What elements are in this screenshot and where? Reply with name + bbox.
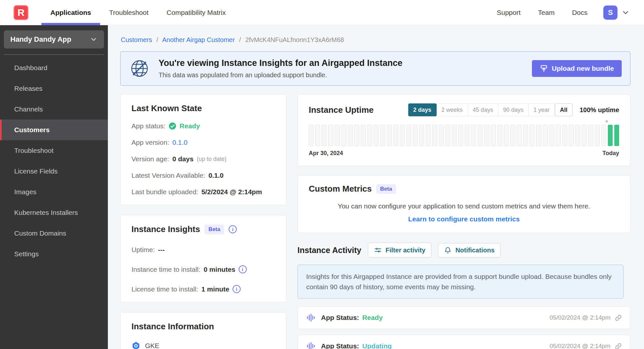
range-45-days[interactable]: 45 days	[468, 103, 498, 116]
upload-new-bundle-button[interactable]: Upload new bundle	[532, 60, 622, 77]
app-status-label: App status:	[131, 122, 165, 130]
uptime-bar[interactable]	[491, 125, 496, 146]
notifications-button[interactable]: Notifications	[438, 243, 501, 258]
uptime-bar[interactable]	[361, 125, 366, 146]
sidebar-item-releases[interactable]: Releases	[0, 78, 108, 99]
uptime-bar[interactable]	[471, 125, 476, 146]
link-icon[interactable]	[615, 343, 622, 349]
link-icon[interactable]	[615, 314, 622, 321]
uptime-summary: 100% uptime	[580, 106, 619, 114]
uptime-bar[interactable]	[406, 125, 411, 146]
range-2-weeks[interactable]: 2 weeks	[437, 103, 468, 116]
uptime-bar[interactable]	[367, 125, 372, 146]
uptime-bar[interactable]	[328, 125, 333, 146]
top-nav: R Applications Troubleshoot Compatibilit…	[0, 0, 644, 25]
uptime-bar[interactable]	[588, 125, 593, 146]
uptime-bar[interactable]	[543, 125, 548, 146]
version-age-value: 0 days	[172, 155, 193, 163]
replicated-logo[interactable]: R	[14, 5, 28, 20]
uptime-bar[interactable]	[465, 125, 470, 146]
uptime-bar[interactable]	[322, 125, 327, 146]
uptime-bar[interactable]	[575, 125, 580, 146]
info-icon[interactable]: i	[233, 285, 241, 293]
banner-subtitle: This data was populated from an uploaded…	[159, 71, 402, 79]
uptime-bar[interactable]	[582, 125, 587, 146]
uptime-bar[interactable]	[354, 125, 359, 146]
uptime-bar[interactable]	[530, 125, 535, 146]
uptime-bar[interactable]	[517, 125, 522, 146]
uptime-bar[interactable]	[387, 125, 392, 146]
uptime-bar[interactable]	[478, 125, 483, 146]
uptime-bar[interactable]	[348, 125, 353, 146]
uptime-bar[interactable]	[335, 125, 340, 146]
uptime-bar[interactable]	[400, 125, 405, 146]
breadcrumb-customer-link[interactable]: Another Airgap Customer	[162, 36, 235, 43]
uptime-bar[interactable]	[432, 125, 437, 146]
instance-information-card: Instance Information GKE ☸ v1.28.7-gke.1…	[120, 312, 286, 349]
app-selector-label: Handy Dandy App	[10, 35, 71, 44]
uptime-bar[interactable]	[536, 125, 541, 146]
uptime-bar[interactable]	[510, 125, 515, 146]
uptime-bar[interactable]	[595, 125, 600, 146]
uptime-bar[interactable]	[419, 125, 424, 146]
gke-icon	[131, 341, 140, 349]
uptime-bar[interactable]	[413, 125, 418, 146]
range-1-year[interactable]: 1 year	[529, 103, 555, 116]
sidebar-item-customers[interactable]: Customers	[0, 120, 108, 140]
info-icon[interactable]: i	[229, 225, 237, 233]
instance-ttl-value: 0 minutes	[204, 266, 235, 273]
tab-applications[interactable]: Applications	[41, 0, 100, 25]
uptime-bar[interactable]	[309, 125, 314, 146]
chevron-down-icon[interactable]	[621, 8, 630, 17]
uptime-bar[interactable]	[556, 125, 561, 146]
tab-troubleshoot[interactable]: Troubleshoot	[100, 0, 158, 25]
app-selector[interactable]: Handy Dandy App	[4, 30, 104, 48]
activity-row[interactable]: App Status: Ready 05/02/2024 @ 2:14pm	[297, 306, 630, 329]
info-icon[interactable]: i	[239, 265, 247, 273]
sidebar-item-dashboard[interactable]: Dashboard	[0, 58, 108, 78]
range-90-days[interactable]: 90 days	[498, 103, 529, 116]
configure-custom-metrics-link[interactable]: Learn to configure custom metrics	[309, 215, 619, 223]
sidebar-item-troubleshoot[interactable]: Troubleshoot	[0, 140, 108, 161]
uptime-bar[interactable]	[614, 125, 619, 146]
sidebar-item-custom-domains[interactable]: Custom Domains	[0, 223, 108, 244]
uptime-bar[interactable]	[315, 125, 320, 146]
uptime-bar[interactable]	[380, 125, 385, 146]
uptime-bar[interactable]	[549, 125, 554, 146]
sidebar-item-kubernetes-installers[interactable]: Kubernetes Installers	[0, 202, 108, 223]
uptime-bar[interactable]	[562, 125, 567, 146]
uptime-bar[interactable]	[608, 125, 613, 146]
uptime-bar[interactable]	[452, 125, 457, 146]
sidebar-item-images[interactable]: Images	[0, 182, 108, 202]
sidebar-item-license-fields[interactable]: License Fields	[0, 161, 108, 182]
avatar[interactable]: S	[603, 5, 618, 20]
sidebar-item-settings[interactable]: Settings	[0, 244, 108, 264]
range-all[interactable]: All	[555, 103, 573, 116]
app-version-link[interactable]: 0.1.0	[172, 139, 188, 146]
activity-row[interactable]: App Status: Updating 05/02/2024 @ 2:14pm	[297, 335, 630, 349]
range-2-days[interactable]: 2 days	[408, 103, 437, 116]
tab-compatibility-matrix[interactable]: Compatibility Matrix	[158, 0, 235, 25]
uptime-bar[interactable]	[601, 125, 606, 146]
uptime-bar[interactable]	[439, 125, 444, 146]
uptime-bar[interactable]	[504, 125, 509, 146]
nav-support[interactable]: Support	[488, 9, 529, 16]
filter-activity-button[interactable]: Filter activity	[368, 243, 431, 258]
uptime-bar[interactable]	[445, 125, 450, 146]
uptime-bar[interactable]	[484, 125, 489, 146]
nav-team[interactable]: Team	[529, 9, 563, 16]
nav-docs[interactable]: Docs	[563, 9, 596, 16]
sidebar-item-channels[interactable]: Channels	[0, 99, 108, 120]
uptime-bar[interactable]	[523, 125, 528, 146]
uptime-bar[interactable]	[341, 125, 346, 146]
uptime-bar[interactable]	[458, 125, 463, 146]
uptime-bar[interactable]	[426, 125, 431, 146]
card-title: Last Known State	[131, 103, 275, 113]
card-title: Instance Uptime	[309, 105, 374, 115]
uptime-bar[interactable]	[393, 125, 398, 146]
breadcrumb-customers-link[interactable]: Customers	[121, 36, 152, 43]
uptime-bar[interactable]	[497, 125, 502, 146]
uptime-bar[interactable]	[569, 125, 574, 146]
uptime-value: ---	[158, 246, 165, 254]
uptime-bar[interactable]	[374, 125, 379, 146]
